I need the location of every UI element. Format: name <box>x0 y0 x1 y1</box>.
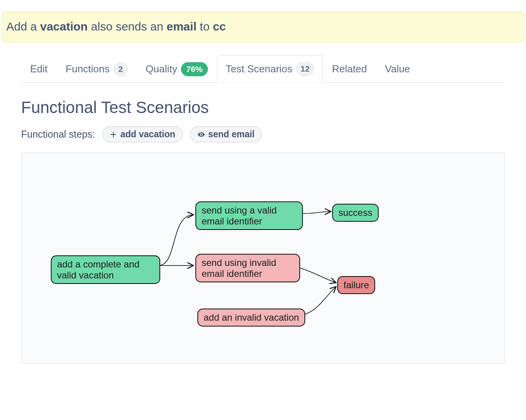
test-scenarios-count-badge: 12 <box>296 62 314 76</box>
diagram-canvas[interactable]: add a complete and valid vacation send u… <box>21 153 505 364</box>
node-root-label: add a complete and valid vacation <box>57 259 140 280</box>
content-area: Functional Test Scenarios Functional ste… <box>21 98 505 364</box>
functional-steps-row: Functional steps: add vacation send emai… <box>21 126 505 142</box>
node-valid-email-label: send using a valid email identifier <box>202 205 277 226</box>
tabs-container: Edit Functions 2 Quality 76% Test Scenar… <box>21 55 505 83</box>
banner-bold-vacation: vacation <box>40 20 88 33</box>
node-invalid-vacation[interactable]: add an invalid vacation <box>197 309 305 327</box>
plus-icon <box>109 131 117 138</box>
node-invalid-email[interactable]: send using invalid email identifier <box>195 254 300 282</box>
tab-value-label: Value <box>385 63 410 75</box>
tab-quality-label: Quality <box>146 63 177 75</box>
node-invalid-vacation-label: add an invalid vacation <box>204 312 299 323</box>
banner-text-mid2: to <box>197 20 213 33</box>
node-failure-label: failure <box>344 280 369 290</box>
page-title: Functional Test Scenarios <box>21 98 505 117</box>
banner-text-prefix: Add a <box>6 20 40 33</box>
node-invalid-email-label: send using invalid email identifier <box>202 257 276 279</box>
chip-add-vacation-label: add vacation <box>120 129 175 140</box>
node-success[interactable]: success <box>332 204 379 222</box>
tab-functions[interactable]: Functions 2 <box>57 55 137 83</box>
tab-functions-label: Functions <box>66 63 110 75</box>
node-success-label: success <box>338 207 372 218</box>
svg-point-0 <box>200 134 202 135</box>
functional-steps-label: Functional steps: <box>21 129 95 140</box>
functions-count-badge: 2 <box>114 62 128 76</box>
tab-edit[interactable]: Edit <box>21 55 57 83</box>
node-valid-email[interactable]: send using a valid email identifier <box>195 201 303 230</box>
tabs-bar: Edit Functions 2 Quality 76% Test Scenar… <box>21 55 505 83</box>
quality-percent-badge: 76% <box>181 62 208 76</box>
tab-related[interactable]: Related <box>323 55 376 83</box>
title-banner: Add a vacation also sends an email to cc <box>2 12 524 42</box>
node-root[interactable]: add a complete and valid vacation <box>51 255 160 284</box>
tab-test-scenarios[interactable]: Test Scenarios 12 <box>217 55 323 83</box>
banner-bold-cc: cc <box>213 20 226 33</box>
tab-related-label: Related <box>332 63 367 75</box>
banner-bold-email: email <box>166 20 197 33</box>
eye-icon <box>197 131 205 138</box>
tab-value[interactable]: Value <box>376 55 419 83</box>
chip-add-vacation[interactable]: add vacation <box>102 126 183 142</box>
banner-text-mid: also sends an <box>88 20 166 33</box>
tab-test-scenarios-label: Test Scenarios <box>226 63 293 75</box>
chip-send-email-label: send email <box>208 129 255 140</box>
tab-quality[interactable]: Quality 76% <box>137 55 217 83</box>
tab-edit-label: Edit <box>30 63 48 75</box>
chip-send-email[interactable]: send email <box>190 126 262 142</box>
node-failure[interactable]: failure <box>337 276 375 294</box>
